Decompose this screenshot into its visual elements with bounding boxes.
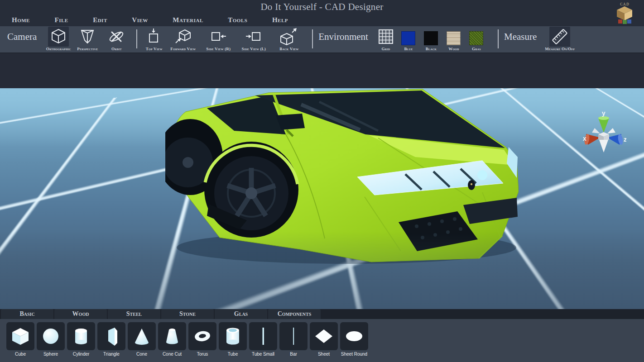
axis-y-label: y [602, 112, 606, 117]
menu-item-help[interactable]: Help [272, 16, 288, 24]
menu-item-view[interactable]: View [132, 16, 148, 24]
cone-icon [128, 322, 156, 350]
tool-back-view[interactable]: Back View [271, 26, 307, 51]
tab-steel[interactable]: Steel [108, 309, 160, 319]
shape-label: Torus [197, 352, 208, 357]
toolbar: Camera Orthographic Perspective Orbit [0, 26, 644, 53]
tool-label: Orbit [111, 47, 122, 51]
shape-torus[interactable]: Torus [188, 322, 216, 357]
toolbar-divider [136, 29, 137, 48]
tool-orthographic[interactable]: Orthographic [44, 26, 73, 51]
menu-item-home[interactable]: Home [12, 16, 30, 24]
menu-item-file[interactable]: File [55, 16, 68, 24]
tool-env-blue[interactable]: Blue [397, 26, 420, 51]
menu-item-edit[interactable]: Edit [93, 16, 107, 24]
black-swatch-icon [424, 31, 438, 45]
viewport-scene[interactable]: y x z [0, 88, 644, 309]
tab-wood[interactable]: Wood [54, 309, 107, 319]
shape-sphere[interactable]: Sphere [37, 322, 65, 357]
tool-label: Top View [146, 47, 163, 51]
sheet-icon [310, 322, 338, 350]
shape-cone-cut[interactable]: Cone Cut [158, 322, 186, 357]
sheet-round-icon [340, 322, 368, 350]
axis-gizmo[interactable]: y x z [581, 112, 626, 162]
material-tab-bar: Basic Wood Steel Stone Glas Components [0, 309, 644, 319]
tool-label: Forward View [170, 47, 196, 51]
shape-palette: Cube Sphere Cylinder Triangle [0, 319, 644, 362]
shape-label: Tube [228, 352, 238, 357]
tool-label: Side View (R) [206, 47, 231, 51]
car-model[interactable] [165, 88, 519, 265]
shape-sheet[interactable]: Sheet [310, 322, 338, 357]
shape-triangle[interactable]: Triangle [97, 322, 125, 357]
tool-orbit[interactable]: Orbit [102, 26, 131, 51]
tool-label: Measure On/Off [545, 47, 575, 51]
tool-side-view-l[interactable]: Side View (L) [236, 26, 271, 51]
sphere-icon [37, 322, 65, 350]
menu-bar: Home File Edit View Material Tools Help [12, 16, 288, 24]
shape-cube[interactable]: Cube [6, 322, 34, 357]
shape-bar[interactable]: Bar [279, 322, 308, 357]
shape-cylinder[interactable]: Cylinder [67, 322, 95, 357]
measure-group-label: Measure [504, 31, 537, 43]
camera-group-label: Camera [7, 31, 37, 43]
app-logo-icon: C.A.D [611, 1, 638, 25]
blue-swatch-icon [401, 31, 415, 45]
tool-forward-view[interactable]: Forward View [165, 26, 201, 51]
menu-item-tools[interactable]: Tools [228, 16, 247, 24]
shape-tube-small[interactable]: Tube Small [249, 322, 277, 357]
side-view-r-icon [208, 27, 229, 47]
tab-basic[interactable]: Basic [1, 309, 53, 319]
shape-label: Cone Cut [163, 352, 182, 357]
tool-env-black[interactable]: Black [420, 26, 442, 51]
cube-icon [6, 322, 34, 350]
shape-label: Triangle [103, 352, 120, 357]
tool-env-grid[interactable]: Grid [375, 26, 397, 51]
axis-y-cone [598, 118, 609, 133]
tab-stone[interactable]: Stone [161, 309, 214, 319]
tab-components[interactable]: Components [268, 309, 321, 319]
tool-env-gras[interactable]: Gras [465, 26, 488, 51]
side-view-l-icon [243, 27, 264, 47]
orthographic-cube-icon [48, 27, 69, 47]
tool-env-wood[interactable]: Wood [442, 26, 465, 51]
tool-label: Wood [448, 47, 459, 51]
shape-label: Sphere [43, 352, 58, 357]
cylinder-icon [67, 322, 95, 350]
title-bar: Do It Yourself - CAD Designer Home File … [0, 0, 644, 26]
logo-text-glyph: C.A.D [620, 2, 629, 6]
tool-label: Orthographic [46, 47, 71, 51]
back-view-icon [279, 27, 299, 47]
axis-x-label: x [583, 135, 586, 142]
tool-top-view[interactable]: Top View [143, 26, 165, 51]
shape-label: Sheet Round [341, 352, 367, 357]
shape-sheet-round[interactable]: Sheet Round [340, 322, 368, 357]
torus-icon [188, 322, 216, 350]
viewport-3d[interactable]: y x z [0, 53, 644, 309]
forward-view-icon [173, 27, 193, 47]
menu-item-material[interactable]: Material [173, 16, 203, 24]
cone-cut-icon [158, 322, 186, 350]
shape-label: Cube [15, 352, 26, 357]
shape-cone[interactable]: Cone [128, 322, 156, 357]
environment-group-label: Environment [318, 31, 368, 43]
shape-label: Cylinder [73, 352, 90, 357]
top-view-icon [144, 27, 164, 47]
shape-label: Tube Small [252, 352, 274, 357]
toolbar-divider [498, 29, 499, 48]
toolbar-divider [312, 29, 313, 48]
tube-icon [219, 322, 247, 350]
tool-measure-toggle[interactable]: Measure On/Off [542, 26, 577, 51]
triangle-prism-icon [97, 322, 125, 350]
tool-label: Gras [472, 47, 481, 51]
tool-side-view-r[interactable]: Side View (R) [201, 26, 236, 51]
tool-label: Black [426, 47, 437, 51]
shape-label: Cone [136, 352, 147, 357]
tool-label: Grid [382, 47, 390, 51]
shape-tube[interactable]: Tube [219, 322, 247, 357]
tool-label: Back View [279, 47, 298, 51]
shape-label: Sheet [318, 352, 330, 357]
orbit-icon [106, 27, 127, 47]
tool-perspective[interactable]: Perspective [73, 26, 102, 51]
tab-glas[interactable]: Glas [215, 309, 267, 319]
